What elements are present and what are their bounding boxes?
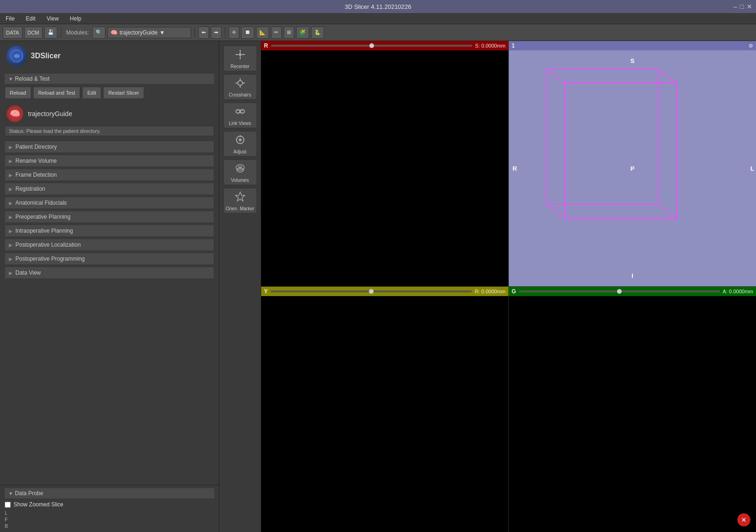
left-panel: 3DSlicer ▼ Reload & Test Reload Reload a… <box>0 41 219 532</box>
adjust-tool[interactable]: Adjust <box>223 131 257 157</box>
nav-anatomical-fiducials[interactable]: ▶ Anatomical Fiducials <box>5 197 214 209</box>
minimize-btn[interactable]: – <box>734 3 737 10</box>
green-label: G <box>512 288 516 295</box>
toolbar-save-btn[interactable]: 💾 <box>44 27 57 39</box>
show-zoomed-row: Show Zoomed Slice <box>5 501 214 508</box>
threed-header: 1 ⚙ <box>509 41 756 50</box>
nav-rename-volume[interactable]: ▶ Rename Volume <box>5 155 214 167</box>
red-value: S: 0.0000mm <box>475 43 506 48</box>
nav-label: Postoperative Localization <box>15 242 81 248</box>
toolbar-sep-2 <box>194 27 195 38</box>
reload-btn-row: Reload Reload and Test Edit Restart Slic… <box>5 87 214 99</box>
titlebar: 3D Slicer 4.11.20210226 – □ ✕ <box>0 0 756 13</box>
link-views-label: Link Views <box>229 121 251 126</box>
bottom-split: Y R: 0.0000mm G A: 0.0000mm <box>261 286 756 532</box>
toolbar-nav-back[interactable]: ⬅ <box>198 27 209 39</box>
nav-postoperative-localization[interactable]: ▶ Postoperative Localization <box>5 239 214 251</box>
window-controls: – □ ✕ <box>734 3 752 10</box>
nav-registration[interactable]: ▶ Registration <box>5 183 214 195</box>
red-viewport: R S: 0.0000mm <box>261 41 508 286</box>
threed-viewport: 1 ⚙ S I R L P <box>508 41 756 286</box>
brain-module-icon: 🧠 <box>111 29 118 36</box>
orien-marker-tool[interactable]: Orien. Marker <box>223 188 257 214</box>
orien-marker-label: Orien. Marker <box>226 206 254 211</box>
modules-dropdown[interactable]: 🧠 trajectoryGuide ▼ <box>107 27 191 38</box>
nav-label: Intraoperative Planning <box>15 228 73 234</box>
modules-search-btn[interactable]: 🔍 <box>92 27 105 39</box>
recenter-icon <box>235 49 246 62</box>
threed-canvas[interactable]: S I R L P <box>509 50 756 286</box>
nav-arrow-icon: ▶ <box>9 228 13 234</box>
nav-label: Anatomical Fiducials <box>15 200 67 206</box>
maximize-btn[interactable]: □ <box>740 3 744 10</box>
edit-button[interactable]: Edit <box>82 87 101 99</box>
nav-label: Patient Directory <box>15 144 57 150</box>
module-title: trajectoryGuide <box>28 110 72 117</box>
red-slider[interactable] <box>271 45 472 47</box>
toolbar-nav-forward[interactable]: ➡ <box>211 27 222 39</box>
nav-arrow-icon: ▶ <box>9 187 13 192</box>
logo-text: 3DSlicer <box>31 52 61 60</box>
nav-label: Postoperative Programming <box>15 256 85 262</box>
svg-marker-23 <box>236 192 245 201</box>
menu-help[interactable]: Help <box>68 14 83 23</box>
yellow-slider[interactable] <box>270 290 472 292</box>
menubar: File Edit View Help <box>0 13 756 24</box>
toolbar-data-btn[interactable]: DATA <box>3 27 22 39</box>
red-canvas[interactable] <box>261 50 508 286</box>
toolbar-markup[interactable]: ✏ <box>271 27 282 39</box>
link-views-icon <box>235 106 246 119</box>
nav-label: Rename Volume <box>15 158 57 164</box>
toolbar-extensions[interactable]: 🧩 <box>296 27 309 39</box>
toolbar-crosshair[interactable]: ✛ <box>229 27 239 39</box>
green-canvas[interactable] <box>509 296 756 532</box>
show-zoomed-checkbox[interactable] <box>5 502 11 508</box>
menu-view[interactable]: View <box>45 14 61 23</box>
dropdown-arrow: ▼ <box>160 29 165 36</box>
nav-intraoperative-planning[interactable]: ▶ Intraoperative Planning <box>5 225 214 237</box>
menu-file[interactable]: File <box>4 14 16 23</box>
nav-data-view[interactable]: ▶ Data View <box>5 267 214 279</box>
reload-button[interactable]: Reload <box>5 87 31 99</box>
nav-label: Frame Detection <box>15 172 57 178</box>
module-title-area: 🧠 trajectoryGuide <box>0 102 219 126</box>
nav-preoperative-planning[interactable]: ▶ Preoperative Planning <box>5 211 214 223</box>
modules-label: Modules: <box>64 29 91 36</box>
nav-frame-detection[interactable]: ▶ Frame Detection <box>5 169 214 181</box>
close-button[interactable]: ✕ <box>737 513 750 526</box>
green-slider[interactable] <box>519 290 720 292</box>
toolbar-zoom[interactable]: 🔲 <box>241 27 254 39</box>
nav-arrow-icon: ▶ <box>9 256 13 262</box>
threed-settings-icon[interactable]: ⚙ <box>749 43 753 49</box>
svg-line-27 <box>546 204 565 218</box>
svg-rect-29 <box>546 69 658 204</box>
toolbar-ruler[interactable]: 📐 <box>256 27 269 39</box>
recenter-tool[interactable]: Recenter <box>223 46 257 71</box>
crosshairs-tool[interactable]: Crosshairs <box>223 74 257 100</box>
nav-patient-directory[interactable]: ▶ Patient Directory <box>5 141 214 153</box>
spacer <box>0 280 219 485</box>
volumes-tool[interactable]: Volumes <box>223 159 257 185</box>
reload-test-header[interactable]: ▼ Reload & Test <box>5 74 214 84</box>
reload-and-test-button[interactable]: Reload and Test <box>33 87 80 99</box>
link-views-tool[interactable]: Link Views <box>223 103 257 128</box>
brain-module-icon-large: 🧠 <box>7 105 23 122</box>
view-area: R S: 0.0000mm 1 ⚙ S I R <box>261 41 756 532</box>
green-slider-thumb <box>617 289 622 294</box>
svg-rect-24 <box>565 83 677 218</box>
toolbar-layout[interactable]: ⊞ <box>284 27 294 39</box>
svg-point-16 <box>239 138 242 141</box>
green-viewport: G A: 0.0000mm <box>508 287 756 532</box>
nav-postoperative-programming[interactable]: ▶ Postoperative Programming <box>5 253 214 265</box>
data-probe-section: ▼ Data Probe Show Zoomed Slice L F B <box>0 485 219 532</box>
toolbar-python[interactable]: 🐍 <box>311 27 324 39</box>
red-header: R S: 0.0000mm <box>261 41 508 50</box>
close-window-btn[interactable]: ✕ <box>747 3 752 10</box>
data-probe-header[interactable]: ▼ Data Probe <box>5 488 214 498</box>
adjust-icon <box>235 134 246 148</box>
menu-edit[interactable]: Edit <box>24 14 37 23</box>
svg-point-6 <box>238 81 243 85</box>
restart-slicer-button[interactable]: Restart Slicer <box>103 87 144 99</box>
yellow-canvas[interactable] <box>261 296 508 532</box>
toolbar-dcm-btn[interactable]: DCM <box>24 27 42 39</box>
